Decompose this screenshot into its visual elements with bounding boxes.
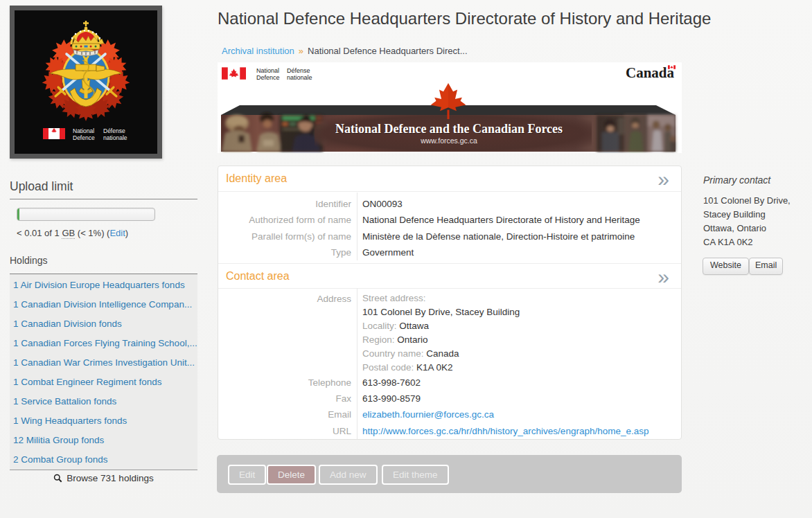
svg-text:nationale: nationale (103, 134, 127, 141)
svg-text:National: National (73, 127, 94, 134)
svg-text:Défense: Défense (103, 127, 125, 134)
svg-text:National Defence and the Canad: National Defence and the Canadian Forces (335, 122, 563, 136)
svg-text:Defence: Defence (73, 134, 95, 141)
svg-text:www.forces.gc.ca: www.forces.gc.ca (420, 136, 477, 145)
